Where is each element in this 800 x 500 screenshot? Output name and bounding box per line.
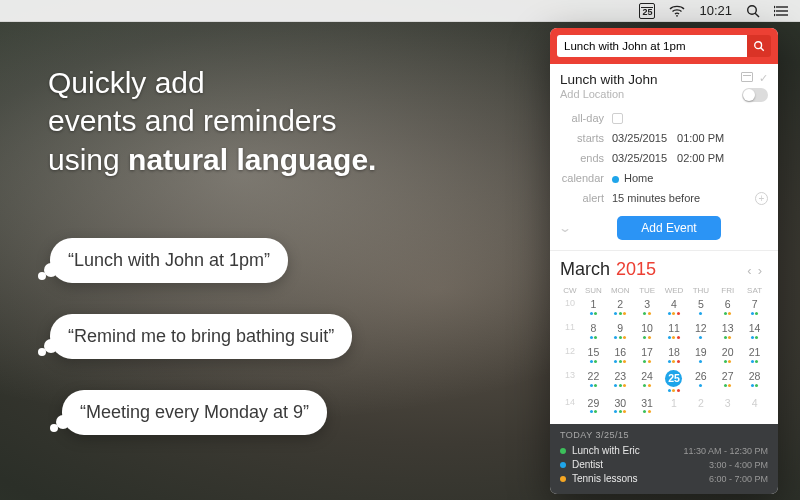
day-cell[interactable]: 31 — [634, 394, 661, 418]
svg-point-0 — [677, 14, 679, 16]
prev-month-button[interactable]: ‹ — [747, 263, 757, 278]
allday-checkbox[interactable] — [612, 113, 623, 124]
day-cell[interactable]: 11 — [661, 319, 688, 343]
day-cell[interactable]: 10 — [634, 319, 661, 343]
agenda-title: Dentist — [572, 459, 603, 470]
agenda-item[interactable]: Dentist3:00 - 4:00 PM — [560, 458, 768, 472]
svg-line-10 — [761, 48, 764, 51]
add-event-button[interactable]: Add Event — [617, 216, 720, 240]
search-button[interactable] — [747, 35, 771, 57]
example-bubble-2: “Remind me to bring bathing suit” — [50, 314, 352, 359]
day-cell[interactable]: 12 — [687, 319, 714, 343]
cw-cell: 10 — [560, 295, 580, 308]
day-cell[interactable]: 4 — [661, 295, 688, 319]
notification-center-icon[interactable] — [774, 5, 788, 17]
month-label: March — [560, 259, 610, 280]
starts-date[interactable]: 03/25/2015 — [612, 132, 667, 144]
add-alert-button[interactable]: + — [755, 192, 768, 205]
nl-input[interactable] — [557, 35, 747, 57]
allday-label: all-day — [560, 112, 612, 124]
headline-line1: Quickly add — [48, 64, 376, 102]
agenda-item[interactable]: Tennis lessons6:00 - 7:00 PM — [560, 472, 768, 486]
quick-add-popover: Lunch with John Add Location ✓ all-day s… — [550, 28, 778, 494]
mac-menubar: 25 10:21 — [0, 0, 800, 22]
cw-cell: 13 — [560, 367, 580, 380]
day-cell[interactable]: 1 — [580, 295, 607, 319]
today-agenda: TODAY 3/25/15 Lunch with Eric11:30 AM - … — [550, 424, 778, 494]
weekday-header: CW SUN MON TUE WED THU FRI SAT — [560, 286, 768, 295]
agenda-time: 6:00 - 7:00 PM — [709, 474, 768, 484]
day-cell[interactable]: 5 — [687, 295, 714, 319]
alert-picker[interactable]: 15 minutes before — [612, 192, 700, 205]
starts-time[interactable]: 01:00 PM — [677, 132, 724, 144]
day-cell[interactable]: 9 — [607, 319, 634, 343]
day-cell[interactable]: 13 — [714, 319, 741, 343]
day-cell[interactable]: 19 — [687, 343, 714, 367]
cw-header: CW — [560, 286, 580, 295]
day-cell[interactable]: 15 — [580, 343, 607, 367]
day-cell[interactable]: 26 — [687, 367, 714, 391]
ends-date[interactable]: 03/25/2015 — [612, 152, 667, 164]
agenda-time: 3:00 - 4:00 PM — [709, 460, 768, 470]
menubar-clock[interactable]: 10:21 — [699, 3, 732, 18]
day-cell[interactable]: 2 — [607, 295, 634, 319]
day-cell[interactable]: 1 — [661, 394, 688, 418]
day-cell[interactable]: 27 — [714, 367, 741, 391]
menubar-calendar-day: 25 — [642, 8, 652, 17]
svg-point-6 — [774, 6, 775, 7]
event-type-toggle[interactable] — [742, 88, 768, 102]
today-header: TODAY 3/25/15 — [560, 430, 768, 440]
headline-line3: using natural language. — [48, 141, 376, 179]
agenda-title: Tennis lessons — [572, 473, 638, 484]
ends-time[interactable]: 02:00 PM — [677, 152, 724, 164]
alert-label: alert — [560, 192, 612, 204]
svg-line-2 — [755, 13, 759, 17]
cw-cell: 12 — [560, 343, 580, 356]
agenda-title: Lunch with Eric — [572, 445, 640, 456]
cw-cell: 11 — [560, 319, 580, 332]
example-bubble-3: “Meeting every Monday at 9” — [62, 390, 327, 435]
day-cell[interactable]: 7 — [741, 295, 768, 319]
day-cell[interactable]: 16 — [607, 343, 634, 367]
svg-point-9 — [755, 42, 762, 49]
day-cell[interactable]: 3 — [714, 394, 741, 418]
marketing-headline: Quickly add events and reminders using n… — [48, 64, 376, 179]
menubar-calendar-icon[interactable]: 25 — [639, 3, 655, 19]
day-cell[interactable]: 20 — [714, 343, 741, 367]
day-cell[interactable]: 21 — [741, 343, 768, 367]
day-cell[interactable]: 22 — [580, 367, 607, 391]
day-cell[interactable]: 6 — [714, 295, 741, 319]
day-cell[interactable]: 24 — [634, 367, 661, 391]
day-cell[interactable]: 18 — [661, 343, 688, 367]
day-cell[interactable]: 30 — [607, 394, 634, 418]
reminder-mode-icon[interactable]: ✓ — [759, 72, 768, 85]
day-cell[interactable]: 4 — [741, 394, 768, 418]
wifi-icon[interactable] — [669, 5, 685, 17]
event-title[interactable]: Lunch with John — [560, 72, 741, 87]
event-mode-icon[interactable] — [741, 72, 753, 82]
day-cell[interactable]: 23 — [607, 367, 634, 391]
svg-point-8 — [774, 14, 775, 15]
agenda-item[interactable]: Lunch with Eric11:30 AM - 12:30 PM — [560, 444, 768, 458]
day-cell[interactable]: 17 — [634, 343, 661, 367]
day-cell[interactable]: 25 — [661, 367, 688, 394]
next-month-button[interactable]: › — [758, 263, 768, 278]
spotlight-icon[interactable] — [746, 4, 760, 18]
day-cell[interactable]: 28 — [741, 367, 768, 391]
expand-chevron-icon[interactable]: ⌄ — [558, 221, 572, 235]
example-bubble-1: “Lunch with John at 1pm” — [50, 238, 288, 283]
day-cell[interactable]: 2 — [687, 394, 714, 418]
ends-label: ends — [560, 152, 612, 164]
calendar-picker[interactable]: Home — [612, 172, 653, 184]
calendar-label: calendar — [560, 172, 612, 184]
year-label: 2015 — [616, 259, 656, 280]
headline-line2: events and reminders — [48, 102, 376, 140]
svg-point-1 — [748, 5, 757, 14]
day-cell[interactable]: 29 — [580, 394, 607, 418]
event-location-field[interactable]: Add Location — [560, 88, 741, 100]
calendar-dot-icon — [560, 462, 566, 468]
day-cell[interactable]: 8 — [580, 319, 607, 343]
cw-cell: 14 — [560, 394, 580, 407]
day-cell[interactable]: 14 — [741, 319, 768, 343]
day-cell[interactable]: 3 — [634, 295, 661, 319]
